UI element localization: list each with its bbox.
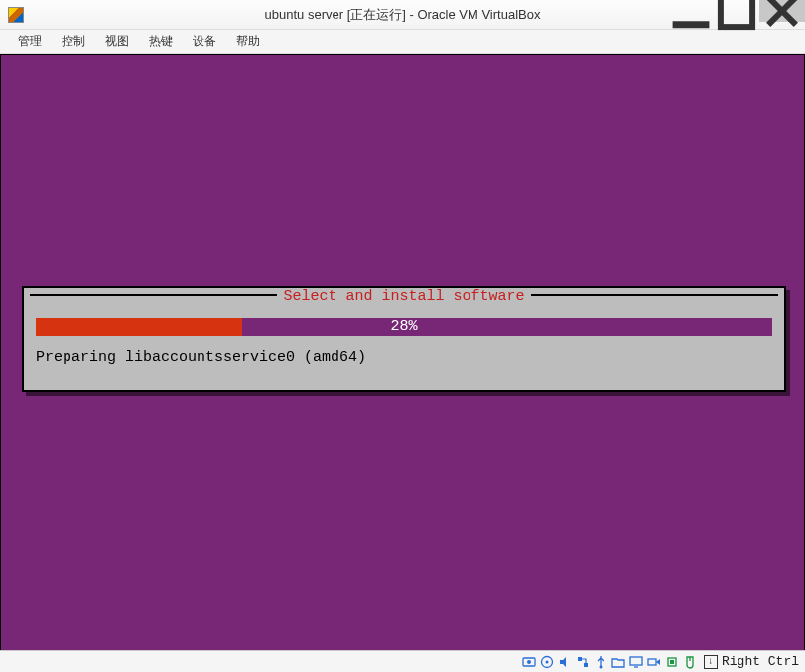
installer-title-row: Select and install software bbox=[24, 288, 784, 304]
status-icons bbox=[521, 654, 698, 670]
mouse-integration-icon[interactable] bbox=[682, 654, 698, 670]
app-window: ubuntu server [正在运行] - Oracle VM Virtual… bbox=[0, 0, 805, 672]
minimize-button[interactable] bbox=[668, 0, 714, 22]
maximize-button[interactable] bbox=[714, 0, 759, 22]
progress-bar: 28% bbox=[36, 318, 772, 336]
menu-hotkeys[interactable]: 热键 bbox=[139, 31, 183, 52]
network-icon[interactable] bbox=[575, 654, 591, 670]
window-controls bbox=[668, 0, 805, 22]
installer-dialog: Select and install software 28% Preparin… bbox=[22, 286, 786, 392]
svg-rect-11 bbox=[630, 657, 642, 665]
svg-rect-13 bbox=[648, 659, 656, 665]
menu-manage[interactable]: 管理 bbox=[8, 31, 52, 52]
progress-track: 28% bbox=[36, 318, 772, 336]
titlebar: ubuntu server [正在运行] - Oracle VM Virtual… bbox=[0, 0, 805, 30]
close-button[interactable] bbox=[759, 0, 805, 22]
installer-title: Select and install software bbox=[277, 288, 530, 305]
shared-folder-icon[interactable] bbox=[610, 654, 626, 670]
virtualbox-icon bbox=[8, 7, 24, 23]
svg-point-7 bbox=[545, 660, 548, 663]
optical-disk-icon[interactable] bbox=[539, 654, 555, 670]
svg-point-5 bbox=[527, 660, 531, 664]
hard-disk-icon[interactable] bbox=[521, 654, 537, 670]
menu-control[interactable]: 控制 bbox=[52, 31, 95, 52]
menu-help[interactable]: 帮助 bbox=[226, 31, 270, 52]
display-icon[interactable] bbox=[628, 654, 644, 670]
progress-percent: 28% bbox=[36, 318, 772, 336]
vm-screen[interactable]: Select and install software 28% Preparin… bbox=[0, 54, 805, 650]
menu-view[interactable]: 视图 bbox=[95, 31, 139, 52]
host-key-label: Right Ctrl bbox=[722, 654, 799, 669]
menu-devices[interactable]: 设备 bbox=[183, 31, 226, 52]
svg-rect-8 bbox=[578, 657, 582, 661]
installer-status: Preparing libaccountsservice0 (amd64) bbox=[36, 349, 772, 366]
svg-rect-1 bbox=[721, 0, 752, 27]
svg-point-10 bbox=[599, 665, 602, 668]
audio-icon[interactable] bbox=[557, 654, 573, 670]
statusbar: ↓ Right Ctrl bbox=[0, 650, 805, 672]
cpu-icon[interactable] bbox=[664, 654, 680, 670]
recording-icon[interactable] bbox=[646, 654, 662, 670]
host-key-indicator: ↓ Right Ctrl bbox=[704, 654, 799, 669]
down-arrow-icon: ↓ bbox=[704, 655, 718, 669]
svg-rect-15 bbox=[670, 660, 674, 664]
usb-icon[interactable] bbox=[593, 654, 608, 670]
